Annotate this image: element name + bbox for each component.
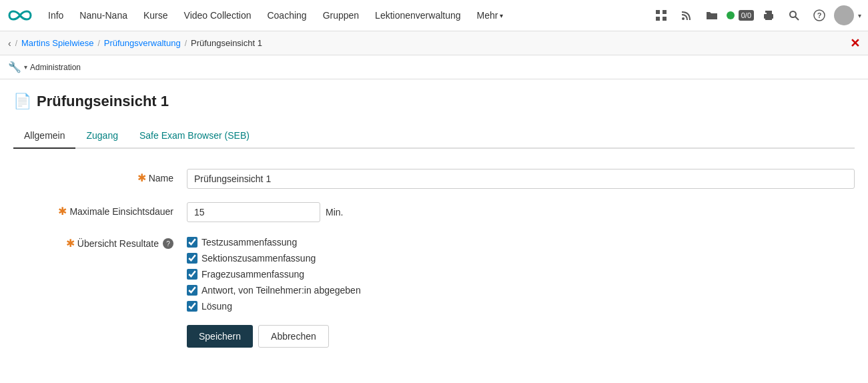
name-label: ✱ Name (13, 169, 187, 183)
checkbox-antwort-label: Antwort, von Teilnehmer:in abgegeben (201, 285, 361, 296)
rss-icon[interactable] (676, 5, 697, 26)
checkbox-fragezusammenfassung-label: Fragezusammenfassung (201, 269, 304, 280)
checkbox-antwort[interactable]: Antwort, von Teilnehmer:in abgegeben (187, 285, 855, 296)
results-label: ✱ Übersicht Resultate ? (13, 236, 187, 249)
admin-bar[interactable]: 🔧 ▾ Administration (0, 55, 868, 79)
status-dot (727, 11, 735, 19)
page-title-text: Prüfungseinsicht 1 (37, 93, 169, 110)
nav-links: Info Nanu-Nana Kurse Video Collection Co… (40, 0, 650, 31)
checkbox-list: Testzusammenfassung Sektionszusammenfass… (187, 236, 855, 312)
svg-point-9 (790, 11, 796, 17)
checkbox-testzusammenfassung-label: Testzusammenfassung (201, 237, 297, 248)
required-star-duration: ✱ (58, 206, 67, 217)
name-control (187, 169, 855, 189)
checkbox-loesung-input[interactable] (187, 301, 197, 312)
nav-video-collection[interactable]: Video Collection (176, 0, 260, 31)
svg-rect-3 (663, 17, 667, 21)
checkbox-testzusammenfassung-input[interactable] (187, 237, 197, 248)
user-dropdown-arrow[interactable]: ▾ (858, 12, 861, 19)
checkbox-sektionszusammenfassung[interactable]: Sektionszusammenfassung (187, 253, 855, 264)
tab-allgemein[interactable]: Allgemein (13, 123, 75, 149)
grid-icon[interactable] (650, 5, 672, 26)
breadcrumb-pruefung[interactable]: Prüfungsverwaltung (104, 38, 181, 48)
nav-kurse[interactable]: Kurse (135, 0, 176, 31)
nav-coaching[interactable]: Coaching (259, 0, 314, 31)
svg-rect-2 (656, 17, 660, 21)
wrench-icon: 🔧 (8, 61, 21, 73)
name-row: ✱ Name (13, 169, 855, 189)
user-badge: 0/0 (739, 10, 754, 21)
back-button[interactable]: ‹ (8, 38, 11, 49)
results-row: ✱ Übersicht Resultate ? Testzusammenfass… (13, 236, 855, 312)
svg-line-10 (795, 17, 799, 20)
mehr-dropdown-icon: ▾ (500, 12, 503, 19)
breadcrumb: ‹ / Martins Spielwiese / Prüfungsverwalt… (0, 31, 868, 55)
checkbox-testzusammenfassung[interactable]: Testzusammenfassung (187, 237, 855, 248)
form: ✱ Name ✱ Maximale Einsichtsdauer Min. (13, 169, 855, 348)
folder-icon[interactable] (701, 5, 723, 26)
page-title-icon: 📄 (13, 93, 31, 110)
close-button[interactable]: ✕ (850, 36, 860, 51)
duration-label: ✱ Maximale Einsichtsdauer (13, 202, 187, 217)
duration-with-unit: Min. (187, 202, 855, 222)
nav-right-actions: 0/0 ? ▾ (650, 5, 861, 26)
svg-text:?: ? (817, 11, 822, 19)
checkbox-loesung[interactable]: Lösung (187, 301, 855, 312)
save-button[interactable]: Speichern (187, 325, 253, 348)
duration-input[interactable] (187, 202, 320, 222)
nav-gruppen[interactable]: Gruppen (315, 0, 367, 31)
svg-rect-8 (765, 13, 767, 14)
name-input[interactable] (187, 169, 855, 189)
checkbox-antwort-input[interactable] (187, 285, 197, 296)
tab-seb[interactable]: Safe Exam Browser (SEB) (129, 123, 260, 149)
results-checkboxes: Testzusammenfassung Sektionszusammenfass… (187, 236, 855, 312)
checkbox-fragezusammenfassung-input[interactable] (187, 269, 197, 280)
checkbox-loesung-label: Lösung (201, 301, 232, 312)
help-results-icon[interactable]: ? (163, 238, 173, 249)
required-star-name: ✱ (137, 173, 146, 183)
page-content: 📄 Prüfungseinsicht 1 Allgemein Zugang Sa… (0, 79, 868, 361)
duration-row: ✱ Maximale Einsichtsdauer Min. (13, 202, 855, 222)
nav-info[interactable]: Info (40, 0, 71, 31)
cancel-button[interactable]: Abbrechen (258, 325, 329, 348)
checkbox-fragezusammenfassung[interactable]: Fragezusammenfassung (187, 269, 855, 280)
print-icon[interactable] (758, 5, 779, 26)
checkbox-sektionszusammenfassung-label: Sektionszusammenfassung (201, 253, 316, 264)
search-icon[interactable] (783, 5, 805, 26)
svg-rect-7 (765, 17, 772, 20)
page-title: 📄 Prüfungseinsicht 1 (13, 93, 855, 110)
admin-label: Administration (30, 63, 81, 72)
required-star-results: ✱ (66, 238, 75, 249)
checkbox-sektionszusammenfassung-input[interactable] (187, 253, 197, 264)
svg-rect-1 (663, 10, 667, 14)
duration-unit: Min. (326, 207, 343, 218)
svg-point-4 (682, 17, 685, 20)
logo[interactable] (7, 5, 33, 25)
button-row: Speichern Abbrechen (13, 325, 855, 348)
breadcrumb-sep-0: / (15, 39, 17, 48)
top-navigation: Info Nanu-Nana Kurse Video Collection Co… (0, 0, 868, 31)
nav-nanu-nana[interactable]: Nanu-Nana (71, 0, 135, 31)
breadcrumb-current: Prüfungseinsicht 1 (191, 38, 262, 48)
nav-mehr[interactable]: Mehr ▾ (469, 0, 512, 31)
breadcrumb-sep-1: / (97, 39, 99, 48)
avatar[interactable] (834, 5, 854, 25)
svg-rect-0 (656, 10, 660, 14)
admin-dropdown-arrow: ▾ (24, 63, 27, 71)
help-icon[interactable]: ? (809, 5, 830, 26)
nav-lektionenverwaltung[interactable]: Lektionenverwaltung (367, 0, 468, 31)
breadcrumb-sep-2: / (185, 39, 187, 48)
tab-zugang[interactable]: Zugang (75, 123, 128, 149)
tab-bar: Allgemein Zugang Safe Exam Browser (SEB) (13, 123, 855, 149)
duration-control: Min. (187, 202, 855, 222)
breadcrumb-martins[interactable]: Martins Spielwiese (21, 38, 93, 48)
